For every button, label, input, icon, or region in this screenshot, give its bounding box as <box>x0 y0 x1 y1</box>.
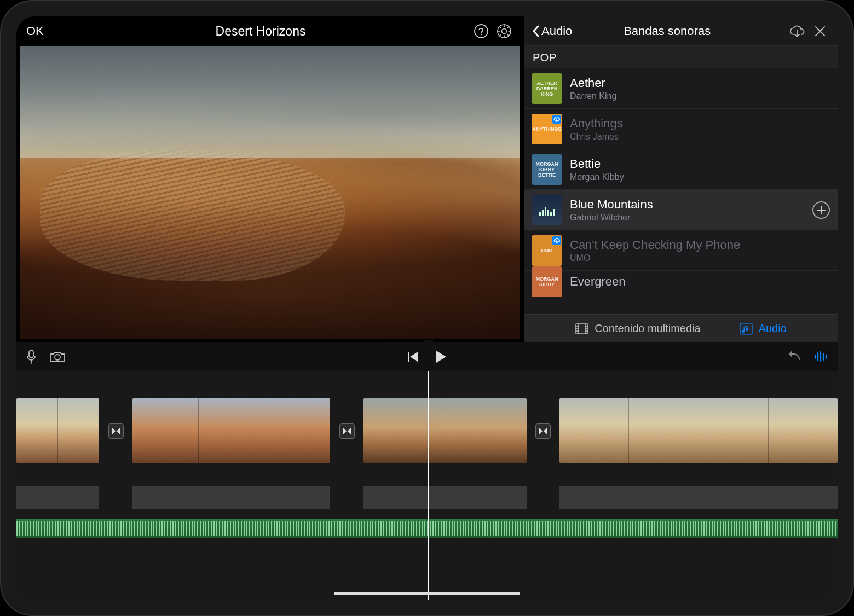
transition-icon <box>538 426 548 436</box>
close-icon <box>814 25 826 37</box>
playhead-marker <box>423 340 434 350</box>
help-button[interactable] <box>472 22 491 40</box>
track-title: Can't Keep Checking My Phone <box>570 238 830 252</box>
clip[interactable] <box>559 398 838 486</box>
preview-frame-image <box>20 46 520 339</box>
panel-tabs: Contenido multimedia Audio <box>524 314 838 342</box>
clip-thumbnail <box>768 398 838 463</box>
clip-thumbnail <box>264 398 330 463</box>
transition-button[interactable] <box>535 423 551 439</box>
preview-viewport[interactable] <box>20 46 520 339</box>
clip-thumbnail <box>445 398 526 463</box>
transition-button[interactable] <box>339 423 355 439</box>
chevron-left-icon <box>532 25 540 38</box>
album-art: AETHER DARREN KING <box>532 73 562 104</box>
svg-marker-42 <box>117 427 120 435</box>
svg-line-11 <box>507 27 509 28</box>
track-title: Aether <box>570 76 830 90</box>
track-artist: Morgan Kibby <box>570 172 830 182</box>
ok-button[interactable]: OK <box>26 24 54 38</box>
svg-marker-41 <box>112 427 116 435</box>
rewind-button[interactable] <box>407 351 419 363</box>
svg-marker-45 <box>539 427 543 435</box>
timeline[interactable] <box>16 371 838 600</box>
download-all-button[interactable] <box>787 25 807 38</box>
track-text: Evergreen <box>570 275 830 289</box>
track-title: Anythings <box>570 117 830 131</box>
clip-thumbnail <box>198 398 264 463</box>
svg-line-8 <box>500 27 501 28</box>
waveform-icon <box>813 351 829 363</box>
undo-button[interactable] <box>786 351 801 363</box>
clip-footer <box>132 486 330 509</box>
clip-gap <box>99 398 132 486</box>
track-title: Bettie <box>570 157 830 171</box>
audio-track[interactable] <box>16 519 838 538</box>
clip[interactable] <box>363 398 527 486</box>
svg-marker-32 <box>423 340 434 348</box>
track-row[interactable]: MORGAN KIBBY BETTIEBettieMorgan Kibby <box>524 149 838 190</box>
album-art: UMO <box>532 235 562 266</box>
audio-panel: Audio Bandas sonoras POP <box>523 16 838 342</box>
svg-rect-29 <box>29 350 33 358</box>
clip[interactable] <box>16 398 99 486</box>
track-text: BettieMorgan Kibby <box>570 157 830 182</box>
track-row[interactable]: MORGAN KIBBYEvergreen <box>524 271 838 293</box>
svg-marker-46 <box>544 427 547 435</box>
ipad-frame: OK Desert Horizons <box>0 0 854 616</box>
tab-media[interactable]: Contenido multimedia <box>575 322 700 336</box>
home-indicator[interactable] <box>334 592 520 595</box>
close-panel-button[interactable] <box>810 25 830 37</box>
track-list[interactable]: AETHER DARREN KINGAetherDarren KingANYTH… <box>524 68 838 314</box>
cloud-badge-icon <box>552 115 561 124</box>
track-row[interactable]: Blue MountainsGabriel Witcher <box>524 190 838 230</box>
transition-icon <box>111 426 121 436</box>
tab-audio[interactable]: Audio <box>739 322 787 336</box>
cloud-badge-icon <box>552 236 561 245</box>
settings-button[interactable] <box>495 22 513 40</box>
svg-marker-35 <box>436 351 446 363</box>
album-art: MORGAN KIBBY BETTIE <box>532 154 562 185</box>
track-row[interactable]: AETHER DARREN KINGAetherDarren King <box>524 68 838 109</box>
voiceover-button[interactable] <box>25 349 37 364</box>
clip-gap <box>330 398 363 486</box>
clip-thumbnail <box>628 398 698 463</box>
svg-point-31 <box>55 355 60 360</box>
svg-line-9 <box>507 34 509 36</box>
panel-title: Bandas sonoras <box>550 24 784 38</box>
waveform-button[interactable] <box>813 351 829 363</box>
camera-button[interactable] <box>49 349 66 364</box>
help-icon <box>474 24 489 39</box>
playhead[interactable] <box>428 371 429 600</box>
clip-thumbnail <box>699 398 768 463</box>
track-text: Can't Keep Checking My PhoneUMO <box>570 238 830 263</box>
section-header: POP <box>524 46 838 68</box>
track-text: AnythingsChris James <box>570 117 830 142</box>
track-row[interactable]: UMOCan't Keep Checking My PhoneUMO <box>524 230 838 271</box>
add-track-button[interactable] <box>812 201 830 219</box>
timeline-toolbar <box>16 342 838 371</box>
track-row[interactable]: ANYTHINGSAnythingsChris James <box>524 109 838 149</box>
transition-button[interactable] <box>108 423 124 439</box>
gear-icon <box>497 24 512 39</box>
tab-audio-label: Audio <box>759 322 787 335</box>
preview-area: OK Desert Horizons <box>16 16 523 342</box>
svg-marker-33 <box>410 352 418 362</box>
clip-thumbnail <box>16 398 57 463</box>
project-title: Desert Horizons <box>54 24 468 39</box>
play-button[interactable] <box>435 350 447 364</box>
clip-footer <box>16 486 99 509</box>
top-section: OK Desert Horizons <box>16 16 838 342</box>
clip[interactable] <box>132 398 330 486</box>
track-text: Blue MountainsGabriel Witcher <box>570 197 812 223</box>
svg-marker-43 <box>343 427 347 435</box>
clip-gap <box>527 398 560 486</box>
track-artist: Darren King <box>570 91 830 101</box>
app-screen: OK Desert Horizons <box>16 16 838 600</box>
svg-marker-44 <box>348 427 351 435</box>
track-title: Evergreen <box>570 275 830 289</box>
video-track[interactable] <box>16 398 838 486</box>
audio-panel-header: Audio Bandas sonoras <box>524 16 838 46</box>
transition-icon <box>342 426 352 436</box>
cloud-download-icon <box>789 25 805 38</box>
